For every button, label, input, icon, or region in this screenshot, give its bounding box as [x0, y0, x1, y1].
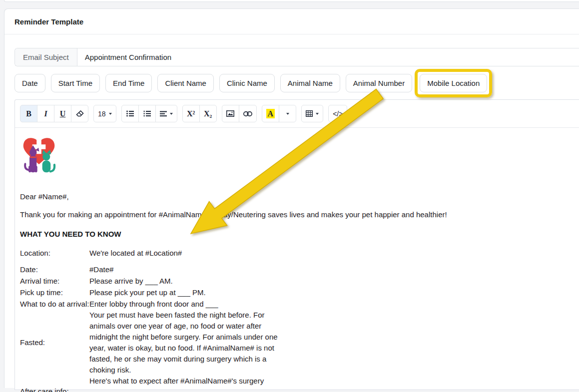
email-subject-input[interactable]: [77, 48, 579, 66]
token-animal-name-button[interactable]: Animal Name: [280, 74, 340, 92]
row-label: What to do at arrival:: [20, 299, 89, 310]
email-subject-group: Email Subject: [14, 48, 579, 66]
table-row-arrival-time: Arrival time: Please arrive by ___ AM.: [20, 275, 290, 287]
reminder-template-card: Reminder Template Email Subject Date Sta…: [4, 8, 579, 388]
bold-button[interactable]: B: [20, 105, 37, 122]
table-row-pickup-time: Pick up time: Please pick your pet up at…: [20, 287, 290, 298]
editor-toolbar: B I U 18: [15, 100, 579, 128]
code-group: </>: [328, 105, 347, 122]
token-client-name-button[interactable]: Client Name: [157, 74, 214, 92]
table-dropdown[interactable]: [301, 105, 323, 122]
list-align-group: [121, 105, 177, 122]
table-row-location: Location: We're located at #Location#: [20, 247, 290, 259]
token-animal-number-button[interactable]: Animal Number: [346, 74, 412, 92]
table-icon: [306, 110, 313, 117]
text-color-button[interactable]: A: [262, 105, 280, 122]
eraser-icon: [76, 110, 84, 117]
table-row-date: Date: #Date#: [20, 264, 290, 275]
row-label: After care info:: [20, 379, 89, 392]
underline-button[interactable]: U: [54, 105, 71, 122]
text-color-dropdown[interactable]: [279, 105, 296, 122]
page-title: Reminder Template: [14, 17, 569, 26]
script-group: X² X₂: [182, 105, 217, 122]
intro-line: Thank you for making an appointment for …: [20, 209, 574, 220]
row-value: Here's what to expect after #AnimalName#…: [89, 376, 286, 387]
page-gap: [0, 2, 579, 8]
token-start-time-button[interactable]: Start Time: [51, 74, 100, 92]
vet-clinic-logo: [20, 135, 58, 175]
email-subject-label: Email Subject: [15, 48, 77, 66]
table-row-what-to-do: What to do at arrival: Enter lobby throu…: [20, 298, 290, 310]
subscript-button[interactable]: X₂: [199, 105, 217, 122]
card-body: Email Subject Date Start Time End Time C…: [4, 34, 579, 390]
row-value: Your pet must have been fasted the night…: [89, 310, 286, 376]
caret-down-icon: [170, 113, 173, 115]
insert-group: [222, 105, 257, 122]
table-row-after-care: After care info: Here's what to expect a…: [20, 376, 290, 392]
row-label: Date:: [20, 264, 89, 275]
image-icon: [226, 110, 234, 117]
caret-down-icon: [316, 113, 319, 115]
row-value: #Date#: [89, 264, 286, 275]
paragraph-align-dropdown[interactable]: [155, 105, 177, 122]
row-value: Please arrive by ___ AM.: [89, 276, 286, 287]
token-mobile-location-button[interactable]: Mobile Location: [420, 74, 487, 92]
caret-down-icon: [286, 113, 289, 115]
font-size-group: 18: [93, 105, 116, 122]
row-label: Pick up time:: [20, 287, 89, 298]
greeting-line: Dear #Name#,: [20, 191, 574, 202]
insert-link-button[interactable]: [239, 105, 257, 122]
table-group: [301, 105, 323, 122]
insert-image-button[interactable]: [222, 105, 239, 122]
appointment-info-table: Location: We're located at #Location# Da…: [20, 247, 290, 392]
text-style-group: B I U: [20, 105, 88, 122]
ordered-list-icon: [143, 110, 151, 117]
token-date-button[interactable]: Date: [14, 74, 45, 92]
unordered-list-button[interactable]: [121, 105, 139, 122]
italic-button[interactable]: I: [37, 105, 54, 122]
token-button-row: Date Start Time End Time Client Name Cli…: [14, 74, 579, 92]
row-label: Location:: [20, 248, 89, 259]
ordered-list-button[interactable]: [138, 105, 156, 122]
card-header: Reminder Template: [4, 9, 579, 34]
clear-format-button[interactable]: [71, 105, 88, 122]
font-size-dropdown[interactable]: 18: [93, 105, 116, 122]
annotation-highlight-box: Mobile Location: [415, 69, 492, 97]
highlight-color-swatch: A: [266, 109, 275, 118]
caret-down-icon: [109, 113, 112, 115]
token-clinic-name-button[interactable]: Clinic Name: [219, 74, 275, 92]
font-size-value: 18: [98, 110, 106, 118]
link-icon: [243, 111, 252, 116]
token-end-time-button[interactable]: End Time: [105, 74, 152, 92]
row-label: Arrival time:: [20, 276, 89, 287]
row-value: We're located at #Location#: [89, 248, 286, 259]
unordered-list-icon: [126, 110, 134, 117]
row-value: Please pick your pet up at ___ PM.: [89, 287, 286, 298]
section-heading: WHAT YOU NEED TO KNOW: [20, 229, 574, 240]
row-label: Fasted:: [20, 337, 89, 348]
rich-text-editor: B I U 18: [14, 99, 579, 390]
superscript-button[interactable]: X²: [182, 105, 200, 122]
email-body-editor[interactable]: Dear #Name#, Thank you for making an app…: [15, 128, 579, 392]
row-value: Enter lobby through front door and ___: [89, 299, 286, 310]
table-row-fasted: Fasted: Your pet must have been fasted t…: [20, 310, 290, 376]
align-left-icon: [160, 111, 167, 117]
text-color-group: A: [262, 105, 297, 122]
code-view-button[interactable]: </>: [328, 105, 347, 122]
